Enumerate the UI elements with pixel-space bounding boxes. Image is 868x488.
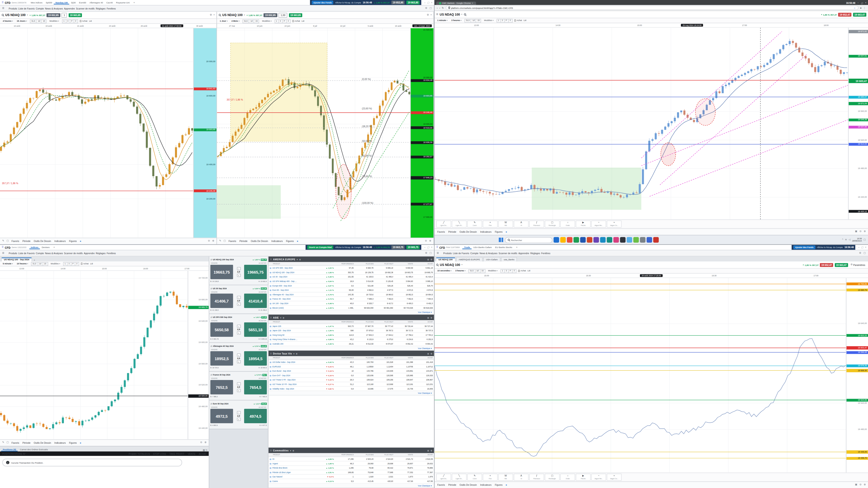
toolbar-15[interactable]: 15 bbox=[42, 19, 47, 23]
watchlist-row[interactable]: ▤Euro OAT - Sep 2024▼0,16 %0,0125,936126… bbox=[269, 373, 434, 378]
taskbar-app-icon-15[interactable] bbox=[647, 237, 652, 242]
price-axis[interactable]: 21 020,0020 000,0019 934,4819 603,8519 2… bbox=[410, 28, 433, 238]
watchlist-row[interactable]: ▤Hong Kong 50▲0,65 %114,917 502,317 844,… bbox=[269, 333, 434, 338]
sell-button[interactable]: 19 652,47 bbox=[820, 263, 833, 266]
mini-chart-icon[interactable]: ▤ bbox=[270, 476, 272, 478]
apps-grid-icon[interactable]: ⊞ bbox=[2, 252, 4, 254]
sell-price[interactable]: 133,851 bbox=[393, 370, 413, 372]
instrument-name[interactable]: US NDAQ 100 bbox=[222, 13, 243, 17]
menu-take-profit[interactable]: TAKE PROFIT bbox=[169, 452, 185, 456]
drawtool-vague-co[interactable]: ≈Vague Co... bbox=[607, 473, 622, 481]
sell-price[interactable]: 101,388 bbox=[393, 361, 413, 363]
minimize-icon[interactable]: – bbox=[858, 2, 859, 4]
qty-plus-button[interactable]: + bbox=[237, 303, 241, 306]
buy-price[interactable]: 1,976 bbox=[413, 476, 433, 478]
watchlist-title[interactable]: Commodities bbox=[273, 449, 289, 452]
buy-price[interactable]: 38 737,5 bbox=[413, 329, 433, 332]
view-select[interactable]: Vue Classique ▾ bbox=[418, 311, 432, 313]
product-name[interactable]: US T-Note 5 YR - Sep 2024 bbox=[272, 379, 314, 381]
price-tag[interactable]: 18 606,08 bbox=[411, 141, 434, 144]
toolbar-il[interactable]: il bbox=[513, 269, 516, 273]
settings-icon[interactable]: ⚙ bbox=[431, 352, 432, 355]
maximize-icon[interactable]: ▢ bbox=[427, 1, 429, 4]
price-chart-daily[interactable]: 357,37 / 1,86 %(0,00 %)(23,60 %)(38,20 %… bbox=[217, 28, 410, 238]
drawtool-fibonacci[interactable]: ƒFibonacci bbox=[529, 221, 544, 228]
chart-canvas[interactable] bbox=[0, 271, 188, 439]
tab-positions[interactable]: Positions (0) bbox=[1, 448, 18, 451]
ticket-sell-button[interactable]: 19663,75 bbox=[210, 265, 233, 279]
price-tag[interactable]: 19 246,48 bbox=[411, 111, 434, 114]
mini-chart-icon[interactable]: ▤ bbox=[270, 370, 272, 372]
pencil-icon[interactable]: ✎ bbox=[2, 442, 4, 444]
sell-price[interactable]: 8 062,42 bbox=[393, 343, 413, 345]
sell-price[interactable]: 113,191 bbox=[393, 383, 413, 385]
mini-chart-icon[interactable]: ▤ bbox=[270, 374, 272, 376]
watchlist-row[interactable]: ▤Japon 225▲1,47 %563,7337 987,7038 777,4… bbox=[269, 324, 434, 328]
price-tag[interactable]: 19 934,48 bbox=[411, 79, 434, 82]
layout-icon[interactable]: ▢ bbox=[430, 252, 432, 254]
buy-price[interactable]: 18 954,5 bbox=[413, 293, 433, 295]
sell-price[interactable]: 4 972,5 bbox=[393, 289, 413, 291]
settings-icon[interactable]: ⚙ bbox=[210, 14, 212, 16]
price-chart-1min[interactable] bbox=[435, 28, 848, 219]
shapes-icon[interactable]: ▢ bbox=[223, 240, 226, 242]
timeframe-select[interactable]: 4 heures▾ bbox=[2, 20, 14, 22]
sell-price[interactable]: 525,40 bbox=[393, 284, 413, 287]
maximize-icon[interactable]: ▢ bbox=[861, 1, 863, 4]
product-name[interactable]: Pétrole US Brut Léger bbox=[272, 471, 314, 473]
menu-figures[interactable]: Figures bbox=[68, 239, 77, 243]
taskbar-app-icon-14[interactable] bbox=[640, 237, 646, 242]
lie-toggle[interactable]: Lié bbox=[302, 20, 304, 22]
period-select[interactable]: 3 heures▾ bbox=[450, 19, 463, 22]
product-name[interactable]: Argent bbox=[272, 462, 314, 464]
price-tag[interactable]: 19 637,51 bbox=[848, 55, 868, 58]
ticket-buy-button[interactable]: 7654,5 bbox=[244, 380, 267, 395]
watchlist-row[interactable]: ▤US SPX 500 - Sep 2024▲1,02 %57,255 560,… bbox=[269, 266, 434, 270]
menu-scanner-de-motifs[interactable]: Scanner de motifs bbox=[63, 251, 83, 255]
watchlist-title[interactable]: Devise Taux V/o bbox=[273, 352, 292, 355]
layout-icon[interactable]: ▢ bbox=[864, 252, 866, 254]
lie-toggle[interactable]: Lié bbox=[528, 270, 530, 272]
menu-position-ordre-n[interactable]: POSITION/ORDRE N° bbox=[2, 452, 126, 456]
taskbar-app-icon-6[interactable] bbox=[587, 237, 592, 242]
timeframe-select[interactable]: 5 minute▾ bbox=[2, 262, 14, 265]
price-tag[interactable]: 19 548,38 bbox=[848, 118, 868, 121]
menu-indicateurs[interactable]: Indicateurs bbox=[54, 239, 66, 243]
price-tag[interactable]: 19 841,63 bbox=[194, 87, 216, 90]
buy-price[interactable]: 5 651,18 bbox=[413, 267, 433, 269]
column-header-performance[interactable]: PERFORMANCE bbox=[314, 454, 354, 456]
add-product-icon[interactable]: ⊕ bbox=[292, 449, 294, 452]
profile-icon[interactable]: ● bbox=[860, 6, 862, 9]
menu-p-riode[interactable]: Période bbox=[448, 230, 457, 234]
watchlist-title[interactable]: ASIE bbox=[273, 316, 279, 319]
menu-indicateurs[interactable]: Indicateurs bbox=[479, 230, 492, 234]
toolbar-1d[interactable]: 1d bbox=[37, 19, 42, 23]
menu-apprendre[interactable]: Apprendre bbox=[63, 6, 75, 10]
achat-checkbox[interactable]: Achat bbox=[81, 262, 89, 265]
favorites-star-icon[interactable]: ★ bbox=[505, 484, 507, 486]
sell-price[interactable]: 18 952,5 bbox=[393, 293, 413, 295]
instrument-name[interactable]: US NDAQ 100 bbox=[440, 13, 460, 16]
achat-checkbox[interactable]: Achat bbox=[292, 20, 300, 22]
menu-figures[interactable]: Figures bbox=[494, 483, 503, 487]
buy-button[interactable]: 19 663,85 bbox=[69, 13, 82, 17]
minimize-icon[interactable]: – bbox=[424, 246, 426, 249]
column-header-plus-haut[interactable]: PLUS HAUT bbox=[374, 262, 393, 265]
product-name[interactable]: Euro 50 - Sep 2024 bbox=[272, 289, 314, 291]
menu-news-analyses[interactable]: News & Analyses bbox=[479, 251, 498, 255]
qty-plus-button[interactable]: + bbox=[237, 331, 241, 335]
pencil-icon[interactable]: ✎ bbox=[2, 240, 4, 242]
menu-liste-de-favoris[interactable]: Liste de Favoris bbox=[18, 251, 35, 255]
sell-button[interactable]: 19 652,85 bbox=[264, 13, 277, 17]
view-select[interactable]: Vue Classique ▾ bbox=[418, 392, 432, 394]
menu-apprendre[interactable]: Apprendre bbox=[83, 251, 95, 255]
product-name[interactable]: Hong Kong 50 bbox=[272, 334, 314, 336]
watchlist-row[interactable]: ▤Euro Bund - Sep 2024▼0,18 %10133,786134… bbox=[269, 369, 434, 373]
favorites-star-icon[interactable]: ★ bbox=[80, 240, 82, 242]
mini-chart-icon[interactable]: ▤ bbox=[270, 298, 272, 300]
mini-chart-icon[interactable]: ▤ bbox=[270, 383, 272, 385]
tab-executed-orders[interactable]: Carnet des Ordres Exécutés bbox=[18, 448, 50, 451]
watchlist-row[interactable]: ▤Volatility Index - Sep 2024▼4,82 %0,815… bbox=[269, 386, 434, 391]
settings-icon[interactable]: ⚙ bbox=[425, 252, 427, 254]
buy-price[interactable]: 17 763,2 bbox=[413, 334, 433, 336]
